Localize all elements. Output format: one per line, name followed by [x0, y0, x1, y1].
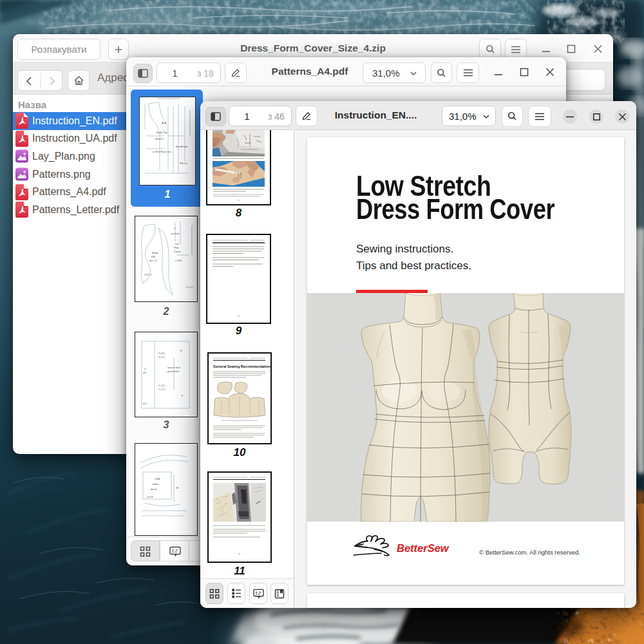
svg-text:CUT 2: CUT 2	[144, 273, 152, 276]
svg-text:R: R	[180, 349, 182, 352]
svg-text:det 1.2: det 1.2	[149, 259, 158, 262]
svg-text:Plus: Plus	[174, 246, 179, 249]
svg-text:cut: cut	[175, 242, 179, 245]
svg-text:2 ( 8 ): 2 ( 8 )	[158, 352, 166, 355]
svg-text:detail 2: detail 2	[155, 137, 164, 140]
svg-text:General Sewing Recommendations: General Sewing Recommendations	[213, 365, 270, 368]
svg-text:widths: widths	[152, 482, 159, 486]
svg-text:side: side	[151, 255, 156, 258]
svg-text:5 ( 9 ): 5 ( 9 )	[158, 388, 166, 391]
svg-text:3 ( 9 ): 3 ( 9 )	[158, 355, 166, 359]
svg-text:Body Top: Body Top	[156, 131, 167, 134]
svg-text:4.0: 4.0	[143, 402, 147, 405]
svg-text:5/6A: 5/6A	[155, 477, 160, 480]
svg-text:FN cut: FN cut	[180, 162, 188, 165]
svg-text:LONG Back line: LONG Back line	[153, 150, 171, 153]
svg-text:grainmark: grainmark	[167, 370, 179, 373]
svg-text:detail: detail	[151, 488, 157, 491]
svg-text:pc/size: pc/size	[171, 232, 180, 235]
svg-text:40: 40	[143, 371, 146, 374]
svg-text:x 135: x 135	[175, 259, 182, 262]
svg-text:3: 3	[144, 367, 146, 370]
svg-text:M: M	[176, 486, 178, 489]
svg-text:spacer leaf: spacer leaf	[167, 366, 180, 369]
svg-text:Body: Body	[152, 251, 158, 254]
svg-text:1: 1	[174, 227, 176, 230]
svg-text:F: F	[182, 394, 184, 397]
svg-text:4-6: 4-6	[162, 121, 166, 125]
svg-text:Bust/Front: Bust/Front	[176, 145, 188, 148]
svg-text:2 ( 8 ): 2 ( 8 )	[158, 384, 166, 387]
svg-text:Curve: Curve	[174, 250, 181, 253]
svg-text:4-6-8: 4-6-8	[147, 495, 153, 498]
